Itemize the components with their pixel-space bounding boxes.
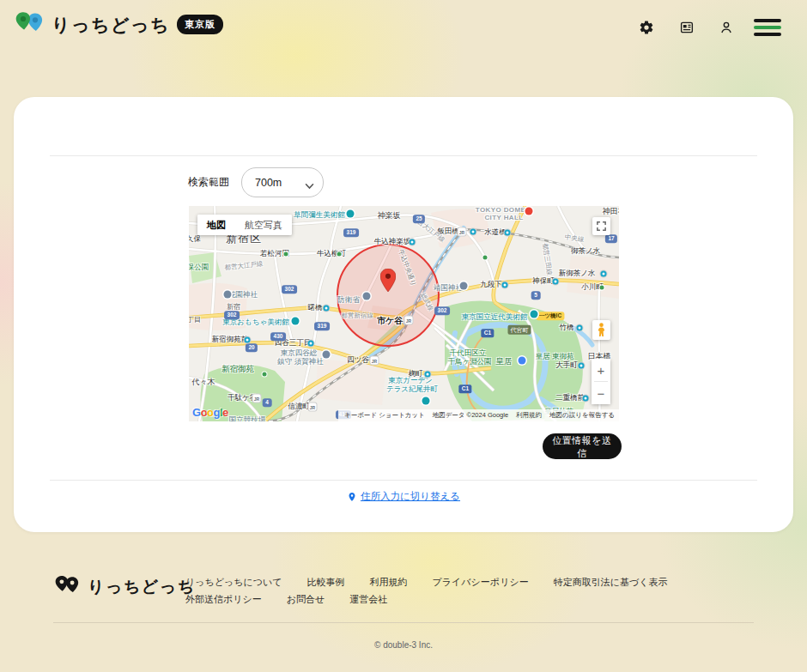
brand-pins-icon — [14, 11, 45, 38]
map-label: 飯田橋 — [437, 227, 459, 235]
copyright: © double-3 Inc. — [0, 640, 807, 650]
zoom-in-button[interactable]: + — [592, 359, 610, 381]
footer-link[interactable]: お問合せ — [287, 593, 325, 606]
jr-station-icon: JR — [371, 357, 379, 365]
map-label: 千代田区立 — [450, 349, 487, 357]
map-label: 中央線 — [564, 233, 584, 243]
google-logo[interactable]: Google — [192, 406, 228, 419]
zoom-control: + − — [592, 359, 610, 404]
map-label: 神田神 — [603, 208, 620, 216]
map-label: 九段下 — [480, 281, 502, 288]
footer-link[interactable]: りっちどっちについて — [185, 576, 282, 589]
map-label: 神保町 — [532, 277, 555, 285]
map-type-control: 地図 航空写真 — [197, 215, 292, 235]
jr-station-icon: JR — [405, 317, 413, 324]
map-label: 二重橋前 — [555, 394, 585, 402]
map-label: 国立競技場 — [229, 416, 266, 421]
map-label: 総武線 — [419, 292, 434, 312]
map-label: 牛込神楽坂 — [374, 238, 411, 245]
divider — [50, 155, 757, 156]
chevron-down-icon — [305, 178, 314, 193]
google-logo-letter: o — [207, 406, 213, 419]
account-person-icon[interactable] — [719, 20, 734, 35]
metro-station-icon — [308, 341, 314, 347]
switch-to-address-link[interactable]: 住所入力に切り替える — [361, 490, 460, 503]
map-label: 小川町 — [581, 283, 604, 291]
metro-station-icon — [601, 271, 607, 277]
route-badge: 319 — [343, 228, 359, 237]
tree-icon — [263, 372, 267, 377]
map-label: 都営新宿線 — [341, 312, 373, 319]
shrine-pin-icon — [460, 282, 468, 290]
news-icon[interactable] — [679, 20, 695, 35]
settings-gear-icon[interactable] — [639, 20, 654, 35]
route-badge: C1 — [481, 329, 494, 337]
route-badge: 5 — [531, 291, 541, 300]
search-range-select[interactable]: 700m — [241, 167, 324, 197]
map-label: TOKYO DOME — [476, 207, 526, 215]
attribution-link[interactable]: キーボード ショートカット — [344, 411, 425, 420]
map-label: 靖国神社 — [434, 284, 463, 292]
map-canvas[interactable]: 草間彌生美術館神楽坂TOKYO DOMECITY HALL神田神飯田橋水道橋中央… — [189, 206, 619, 421]
footer-link[interactable]: 特定商取引法に基づく表示 — [554, 576, 668, 589]
footer-pins-icon — [53, 575, 81, 598]
brand-name: りっちどっち — [52, 13, 170, 37]
map-label: 若松河田 — [260, 250, 289, 257]
zoom-out-button[interactable]: − — [592, 382, 610, 404]
fullscreen-icon[interactable] — [592, 217, 610, 235]
tree-icon — [483, 256, 488, 260]
map-label: 草間彌生美術館 — [294, 211, 345, 219]
palace-pin-icon — [519, 357, 526, 365]
map-label: 防衛省 — [337, 296, 360, 304]
brand-logo[interactable]: りっちどっち 東京版 — [14, 11, 223, 38]
map-label: 牛込中央通り — [397, 248, 416, 287]
metro-station-icon — [577, 325, 583, 331]
route-badge: C1 — [458, 384, 471, 393]
map-label: 東京おもちゃ美術館 — [222, 318, 288, 326]
map-attribution: キーボード ショートカット地図データ ©2024 Google利用規約地図の誤り… — [338, 409, 619, 421]
search-range-row: 検索範囲 700m — [188, 168, 324, 197]
map-label: テラス紀尾井町 — [386, 385, 438, 393]
metro-station-icon — [410, 239, 416, 245]
map-label: 竹橋 — [560, 324, 574, 331]
divider — [50, 480, 757, 481]
footer-brand[interactable]: りっちどっち — [53, 575, 196, 598]
footer-link[interactable]: プライバシーポリシー — [433, 576, 529, 589]
map-label: 新宿 — [227, 304, 240, 312]
map-label: 新大久保 — [189, 235, 201, 243]
footer-link[interactable]: 比較事例 — [307, 576, 345, 589]
map-label: 大久保公園 — [189, 263, 209, 271]
map-label: 信濃町 — [288, 403, 310, 410]
switch-input-row: 住所入力に切り替える — [14, 490, 793, 503]
map-label: 丁目 — [189, 317, 201, 324]
map-type-map-button[interactable]: 地図 — [197, 215, 235, 235]
map-label: 千駄ケ谷 — [228, 394, 257, 402]
footer-link[interactable]: 利用規約 — [370, 576, 408, 589]
map-label: 皇居 東御苑 — [536, 353, 574, 360]
map-label: 新宿御苑前 — [212, 336, 249, 343]
map-label: 都営三田線 — [541, 243, 552, 275]
street-view-pegman-icon[interactable] — [592, 320, 610, 340]
hamburger-menu-icon[interactable] — [754, 19, 781, 36]
map-label: 新宿御苑 — [221, 365, 254, 373]
museum-pin-icon — [531, 311, 538, 318]
map-label: 牛込柳町 — [317, 250, 346, 257]
route-badge: 430 — [270, 332, 286, 341]
map-label: 千鳥ヶ淵公園 — [447, 358, 491, 366]
route-badge: 4 — [263, 398, 272, 407]
museum-pin-icon — [347, 210, 355, 218]
footer-link[interactable]: 運営会社 — [349, 593, 387, 606]
footer-link[interactable]: 外部送信ポリシー — [185, 593, 262, 606]
map-label: 曙橋 — [308, 304, 323, 312]
send-location-button[interactable]: 位置情報を送信 — [543, 433, 622, 459]
attribution-link[interactable]: 利用規約 — [516, 411, 542, 420]
map-label: 代官町 — [508, 325, 531, 335]
selected-location-marker[interactable] — [380, 269, 396, 292]
search-range-value: 700m — [255, 177, 282, 189]
metro-station-icon — [553, 279, 559, 285]
metro-station-icon — [583, 396, 589, 402]
map-label: 東京ガーデン — [388, 377, 433, 384]
map-type-satellite-button[interactable]: 航空写真 — [235, 215, 292, 235]
map-label: 東京四谷総 — [281, 349, 318, 357]
attribution-link[interactable]: 地図の誤りを報告する — [549, 411, 615, 420]
